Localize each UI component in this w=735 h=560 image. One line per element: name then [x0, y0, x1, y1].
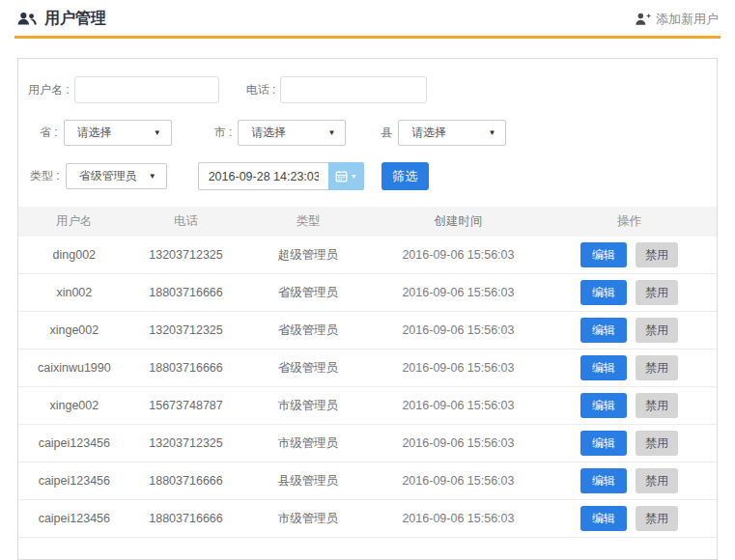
cell-actions: 编辑 禁用: [542, 468, 717, 493]
chevron-down-icon: ▼: [351, 173, 357, 180]
cell-username: ding002: [18, 248, 130, 262]
county-label: 县: [381, 125, 392, 141]
cell-created: 2016-09-06 15:56:03: [375, 323, 543, 337]
cell-actions: 编辑 禁用: [542, 506, 717, 531]
calendar-icon: [335, 170, 348, 182]
cell-actions: 编辑 禁用: [542, 242, 717, 267]
table-row: caipei123456 18803716666 市级管理员 2016-09-0…: [18, 500, 717, 538]
type-select-value: 省级管理员: [79, 168, 137, 184]
edit-button[interactable]: 编辑: [580, 431, 627, 456]
cell-created: 2016-09-06 15:56:03: [375, 436, 543, 450]
edit-button[interactable]: 编辑: [580, 468, 627, 493]
type-label: 类型 :: [30, 168, 60, 184]
table-body: ding002 13203712325 超级管理员 2016-09-06 15:…: [18, 237, 717, 538]
county-select[interactable]: 请选择 ▼: [398, 120, 506, 146]
cell-phone: 18803716666: [130, 286, 242, 299]
cell-created: 2016-09-06 15:56:03: [375, 361, 543, 375]
users-table: 用户名 电话 类型 创建时间 操作 ding002 13203712325 超级…: [18, 207, 717, 538]
cell-username: caixinwu1990: [18, 361, 130, 375]
cell-actions: 编辑 禁用: [542, 393, 717, 418]
cell-phone: 18803716666: [130, 361, 242, 375]
table-header-row: 用户名 电话 类型 创建时间 操作: [18, 207, 717, 237]
column-header-phone: 电话: [130, 213, 242, 230]
table-row: caipei123456 13203712325 市级管理员 2016-09-0…: [18, 425, 717, 462]
edit-button[interactable]: 编辑: [580, 506, 627, 531]
cell-username: caipei123456: [18, 512, 130, 525]
cell-created: 2016-09-06 15:56:03: [375, 399, 543, 412]
person-plus-icon: [635, 13, 651, 26]
table-row: caixinwu1990 18803716666 省级管理员 2016-09-0…: [18, 350, 717, 387]
table-row: xinge002 13203712325 省级管理员 2016-09-06 15…: [18, 312, 717, 350]
edit-button[interactable]: 编辑: [580, 318, 627, 343]
province-select[interactable]: 请选择 ▼: [64, 120, 172, 146]
province-label: 省 :: [40, 125, 58, 141]
phone-label: 电话 :: [246, 82, 276, 98]
cell-type: 县级管理员: [241, 473, 374, 490]
username-input[interactable]: [74, 76, 219, 103]
username-label: 用户名 :: [28, 82, 70, 98]
disable-button[interactable]: 禁用: [636, 468, 678, 493]
datetime-input[interactable]: [198, 162, 328, 190]
filter-form: 用户名 : 电话 : 省 : 请选择 ▼ 市 : 请选择 ▼ 县 请选择 ▼: [18, 59, 717, 190]
cell-actions: 编辑 禁用: [542, 355, 717, 380]
disable-button[interactable]: 禁用: [636, 393, 678, 418]
cell-type: 市级管理员: [241, 511, 374, 527]
cell-actions: 编辑 禁用: [542, 280, 717, 305]
chevron-down-icon: ▼: [327, 129, 335, 137]
province-select-value: 请选择: [77, 125, 112, 141]
filter-row-2: 省 : 请选择 ▼ 市 : 请选择 ▼ 县 请选择 ▼: [40, 120, 707, 146]
cell-type: 省级管理员: [241, 360, 374, 377]
column-header-username: 用户名: [18, 213, 130, 230]
edit-button[interactable]: 编辑: [580, 280, 627, 305]
table-row: ding002 13203712325 超级管理员 2016-09-06 15:…: [18, 237, 717, 274]
calendar-picker-button[interactable]: ▼: [328, 162, 364, 190]
add-new-user-button[interactable]: 添加新用户: [635, 11, 719, 28]
cell-type: 市级管理员: [241, 435, 374, 452]
chevron-down-icon: ▼: [154, 129, 161, 137]
page-header: 用户管理 添加新用户: [14, 0, 721, 39]
table-row: xin002 18803716666 省级管理员 2016-09-06 15:5…: [18, 274, 717, 312]
edit-button[interactable]: 编辑: [580, 242, 627, 267]
chevron-down-icon: ▼: [488, 129, 495, 137]
disable-button[interactable]: 禁用: [636, 280, 678, 305]
cell-username: caipei123456: [18, 436, 130, 450]
add-new-user-label: 添加新用户: [656, 11, 719, 28]
users-group-icon: [16, 12, 38, 26]
disable-button[interactable]: 禁用: [636, 431, 678, 456]
city-label: 市 :: [214, 125, 233, 141]
disable-button[interactable]: 禁用: [636, 506, 678, 531]
table-row: caipei123456 18803716666 县级管理员 2016-09-0…: [18, 462, 717, 500]
disable-button[interactable]: 禁用: [636, 242, 678, 267]
cell-username: xinge002: [18, 323, 130, 337]
table-row: xinge002 15673748787 市级管理员 2016-09-06 15…: [18, 387, 717, 425]
city-select[interactable]: 请选择 ▼: [238, 120, 346, 146]
cell-type: 省级管理员: [241, 285, 374, 301]
cell-type: 市级管理员: [241, 398, 374, 414]
content-panel: 用户名 : 电话 : 省 : 请选择 ▼ 市 : 请选择 ▼ 县 请选择 ▼: [17, 58, 718, 560]
cell-type: 超级管理员: [241, 247, 374, 264]
page-title: 用户管理: [44, 9, 106, 29]
column-header-created: 创建时间: [375, 213, 543, 230]
cell-created: 2016-09-06 15:56:03: [375, 474, 543, 488]
cell-phone: 13203712325: [130, 436, 242, 450]
cell-username: caipei123456: [18, 474, 130, 488]
cell-actions: 编辑 禁用: [542, 431, 717, 456]
phone-input[interactable]: [280, 76, 427, 103]
county-select-value: 请选择: [411, 125, 446, 141]
city-select-value: 请选择: [251, 125, 286, 141]
type-select[interactable]: 省级管理员 ▼: [66, 163, 167, 189]
cell-actions: 编辑 禁用: [542, 318, 717, 343]
cell-phone: 13203712325: [130, 323, 242, 337]
cell-type: 省级管理员: [241, 322, 374, 339]
cell-created: 2016-09-06 15:56:03: [375, 512, 543, 525]
cell-created: 2016-09-06 15:56:03: [375, 248, 543, 262]
disable-button[interactable]: 禁用: [636, 355, 678, 380]
edit-button[interactable]: 编辑: [580, 355, 627, 380]
cell-created: 2016-09-06 15:56:03: [375, 286, 543, 299]
column-header-type: 类型: [241, 213, 374, 230]
cell-phone: 18803716666: [130, 474, 242, 488]
edit-button[interactable]: 编辑: [580, 393, 627, 418]
cell-username: xin002: [18, 286, 130, 299]
filter-button[interactable]: 筛选: [382, 162, 429, 190]
disable-button[interactable]: 禁用: [636, 318, 678, 343]
